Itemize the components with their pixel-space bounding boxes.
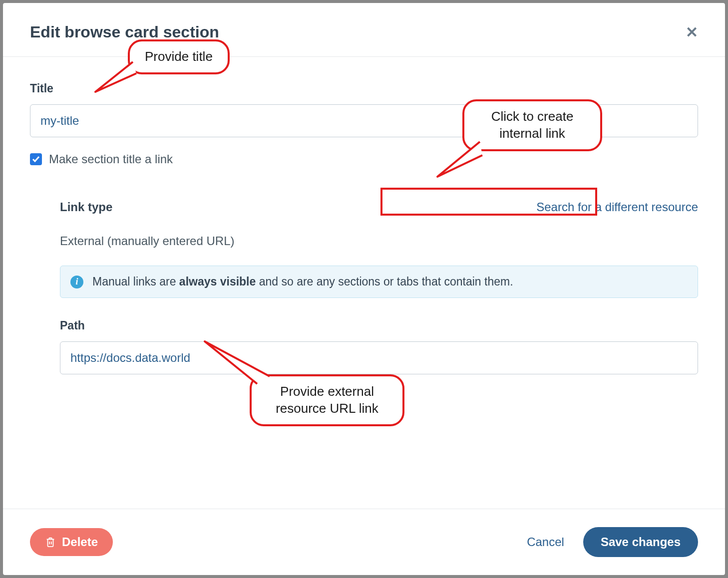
link-type-section: Link type Search for a different resourc… (30, 200, 698, 374)
annotation-external-callout: Provide external resource URL link (250, 374, 404, 426)
make-link-checkbox[interactable] (30, 153, 42, 165)
callout-tail-icon (200, 336, 275, 391)
link-type-header: Link type Search for a different resourc… (60, 200, 698, 214)
callout-tail-icon (432, 139, 487, 184)
modal-title: Edit browse card section (30, 23, 219, 41)
path-label: Path (60, 319, 698, 332)
modal-body: Title Make section title a link Link typ… (3, 57, 725, 509)
link-type-value: External (manually entered URL) (60, 234, 698, 248)
path-input[interactable] (60, 341, 698, 374)
delete-button[interactable]: Delete (30, 528, 113, 556)
modal-footer: Delete Cancel Save changes (3, 509, 725, 575)
link-type-label: Link type (60, 200, 112, 214)
make-link-checkbox-row: Make section title a link (30, 152, 698, 166)
make-link-checkbox-label: Make section title a link (49, 152, 173, 166)
edit-browse-card-modal: Edit browse card section ✕ Title Make se… (3, 3, 725, 575)
trash-icon (45, 536, 56, 548)
annotation-internal-callout: Click to create internal link (462, 99, 602, 151)
info-icon: i (70, 276, 83, 289)
path-section: Path (60, 319, 698, 374)
callout-tail-icon (90, 59, 140, 99)
annotation-title-callout: Provide title (128, 39, 230, 74)
footer-right: Cancel Save changes (527, 527, 698, 557)
close-icon[interactable]: ✕ (686, 23, 698, 40)
info-text: Manual links are always visible and so a… (92, 275, 513, 289)
check-icon (32, 155, 40, 163)
save-button[interactable]: Save changes (583, 527, 698, 557)
info-banner: i Manual links are always visible and so… (60, 266, 698, 298)
modal-header: Edit browse card section ✕ (3, 3, 725, 57)
cancel-button[interactable]: Cancel (527, 535, 564, 549)
search-different-resource-link[interactable]: Search for a different resource (536, 200, 698, 214)
